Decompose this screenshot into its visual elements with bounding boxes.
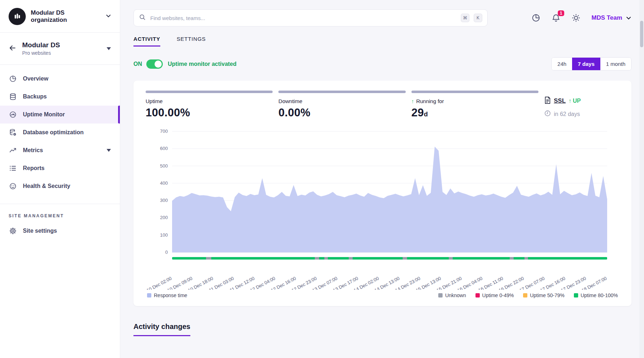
sidebar-item-label: Uptime Monitor [23,111,65,118]
response-time-chart[interactable]: 010020030040050060070010 Dec 02:0010 Dec… [146,128,619,291]
main-content: ⌘ K 1 MDS Team ACT [120,0,644,358]
range-7days-button[interactable]: 7 days [572,58,600,70]
sidebar-item-label: Health & Security [23,183,70,189]
pie-chart-icon [9,74,17,83]
sidebar-item-label: Backups [23,93,47,100]
uptime-status-bar [172,257,607,260]
y-axis-labels: 0100200300400500600700 [160,129,168,255]
monitor-toggle-row: ON Uptime monitor activated 24h 7 days 1… [133,57,631,71]
search-icon [139,14,146,22]
sidebar-item-label: Reports [23,165,44,171]
search-box[interactable]: ⌘ K [133,9,488,26]
toggle-state-label: ON [133,61,142,67]
scrollbar-thumb[interactable] [640,21,643,47]
chart-legend: Response time Unknown Uptime 0-49% Uptim… [146,292,619,298]
up-arrow-icon: ↑ [411,98,414,104]
team-menu[interactable]: MDS Team [591,14,631,21]
sidebar-item-label: Overview [23,76,48,82]
theme-sun-icon[interactable] [571,13,581,23]
svg-text:100: 100 [160,232,168,238]
sidebar-item-metrics[interactable]: Metrics [0,141,120,159]
response-time-area [172,147,607,253]
list-icon [9,164,17,173]
svg-text:300: 300 [160,198,168,203]
sidebar-item-database-optimization[interactable]: Database optimization [0,124,120,141]
legend-uptime-0-49: Uptime 0-49% [475,292,514,298]
svg-text:600: 600 [160,146,168,151]
organization-selector[interactable]: Modular DS organization [0,0,120,32]
range-1month-button[interactable]: 1 month [600,58,631,70]
legend-swatch [574,293,578,297]
certificate-document-icon [544,96,551,106]
ssl-block: SSL ↑ UP in 62 days [544,91,619,119]
stat-value: 0.00% [278,106,405,119]
usage-pie-chart-icon[interactable] [531,13,541,23]
stat-top-bar [411,91,538,93]
site-selector[interactable]: Modular DS Pro websites [0,33,120,64]
cmd-keycap: ⌘ [461,14,469,22]
scrollbar-track[interactable] [639,0,644,358]
gauge-icon [9,110,17,119]
sidebar: Modular DS organization Modular DS Pro w… [0,0,120,358]
stat-value: 29d [411,106,538,119]
sidebar-item-label: Metrics [23,147,43,154]
tab-settings[interactable]: SETTINGS [177,36,206,47]
app-window: Modular DS organization Modular DS Pro w… [0,0,644,358]
monitor-status-label: Uptime monitor activated [168,61,236,67]
x-axis-labels: 10 Dec 02:0010 Dec 09:0010 Dec 18:0011 D… [146,275,608,290]
time-range-selector: 24h 7 days 1 month [551,57,631,71]
stat-downtime: Downtime 0.00% [278,91,405,119]
stats-row: Uptime 100.00% Downtime 0.00% ↑ Running … [146,91,619,119]
svg-text:700: 700 [160,129,168,134]
stat-label: ↑ Running for [411,98,538,104]
sidebar-item-reports[interactable]: Reports [0,159,120,177]
ssl-status: ↑ UP [569,98,581,104]
smiley-icon [9,182,17,190]
organization-logo-icon [9,8,26,25]
legend-uptime-80-100: Uptime 80-100% [574,292,618,298]
ssl-expiry: in 62 days [544,110,619,118]
gear-icon [9,227,17,235]
organization-name: Modular DS organization [31,9,101,24]
uptime-monitor-toggle[interactable] [146,59,163,69]
stat-label: Uptime [146,98,273,104]
database-icon [9,92,17,101]
site-plan: Pro websites [22,50,101,56]
stat-uptime: Uptime 100.00% [146,91,273,119]
notifications-bell-icon[interactable]: 1 [551,13,561,23]
stat-label: Downtime [278,98,405,104]
tab-bar: ACTIVITY SETTINGS [133,36,631,47]
sidebar-item-overview[interactable]: Overview [0,70,120,88]
metrics-caret-down-icon[interactable] [106,147,111,154]
back-arrow-icon[interactable] [9,44,16,53]
chevron-down-icon [106,13,111,20]
team-name: MDS Team [591,14,622,21]
legend-swatch [438,293,443,297]
legend-uptime-50-79: Uptime 50-79% [523,292,565,298]
sidebar-item-label: Database optimization [23,129,84,136]
sidebar-item-backups[interactable]: Backups [0,88,120,106]
sidebar-item-site-settings[interactable]: Site settings [0,222,120,240]
sidebar-nav: Overview Backups Uptime Monitor Database… [0,65,120,199]
stat-value: 100.00% [146,106,273,119]
legend-response-time: Response time [147,292,187,298]
stat-running-for: ↑ Running for 29d [411,91,538,119]
ssl-link[interactable]: SSL [554,97,566,105]
sidebar-item-uptime-monitor[interactable]: Uptime Monitor [0,106,120,124]
site-dropdown-triangle-icon[interactable] [106,45,111,52]
legend-swatch [147,293,151,297]
range-24h-button[interactable]: 24h [552,58,572,70]
svg-text:0: 0 [165,250,168,255]
sidebar-item-health-security[interactable]: Health & Security [0,177,120,195]
svg-text:200: 200 [160,215,168,220]
legend-swatch [523,293,527,297]
chevron-down-icon [626,15,631,21]
k-keycap: K [474,14,482,22]
chart-canvas[interactable]: 010020030040050060070010 Dec 02:0010 Dec… [146,128,619,290]
up-arrow-icon: ↑ [569,98,571,104]
uptime-card: Uptime 100.00% Downtime 0.00% ↑ Running … [133,81,631,306]
clock-icon [544,110,551,118]
tab-activity[interactable]: ACTIVITY [133,36,160,47]
legend-swatch [475,293,480,297]
search-input[interactable] [150,15,457,21]
